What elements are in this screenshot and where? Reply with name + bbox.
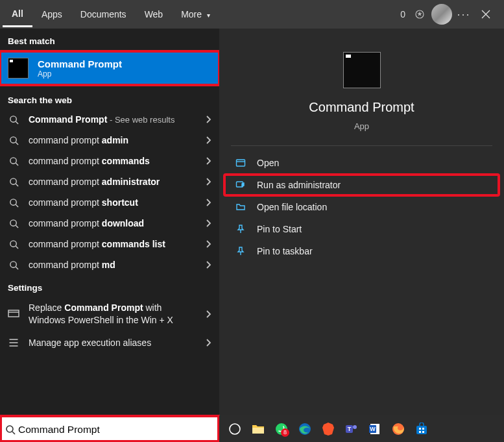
detail-actions: Open Run as administrator Open file loca… [219,146,504,268]
action-pin-start-label: Pin to Start [257,224,302,234]
cortana-icon[interactable] [226,420,244,438]
search-icon [8,136,19,145]
tab-web[interactable]: Web [136,3,173,26]
settings-item-icon [8,338,19,347]
chevron-right-icon [205,156,211,166]
detail-subtitle: App [354,121,369,131]
search-icon [8,156,19,166]
search-icon [8,198,19,208]
shield-icon [235,180,246,190]
chevron-right-icon [205,177,211,186]
svg-text:W: W [370,426,376,432]
chevron-right-icon [205,198,211,207]
web-result-label: command prompt download [29,218,196,228]
action-pin-to-start[interactable]: Pin to Start [224,219,499,239]
word-icon[interactable]: W [366,420,384,438]
search-icon [8,219,19,228]
avatar[interactable] [431,4,452,25]
web-result[interactable]: command prompt download [0,213,219,234]
close-icon[interactable] [475,4,496,25]
tab-apps[interactable]: Apps [32,3,71,26]
taskbar-icons: 8 T W [219,415,504,442]
svg-rect-10 [237,160,245,166]
web-result[interactable]: command prompt commands [0,151,219,171]
svg-rect-28 [422,431,424,433]
svg-point-7 [10,240,16,246]
action-run-as-administrator[interactable]: Run as administrator [224,175,499,195]
chevron-right-icon [205,338,211,347]
web-result[interactable]: command prompt shortcut [0,192,219,213]
settings-result[interactable]: Manage app execution aliases [0,332,219,354]
web-result-label: command prompt commands [29,156,196,166]
tab-all[interactable]: All [3,2,32,27]
svg-point-3 [10,157,16,163]
pin-taskbar-icon [235,246,246,256]
svg-point-13 [230,424,240,434]
svg-rect-14 [252,428,264,434]
whatsapp-icon[interactable]: 8 [272,420,291,438]
search-input[interactable] [17,421,215,438]
cmd-icon [8,58,29,79]
rewards-count: 0 [400,9,405,19]
pin-start-icon [235,224,246,234]
web-result[interactable]: command prompt commands list [0,234,219,254]
folder-icon [235,202,246,212]
best-match-subtitle: App [38,69,122,79]
web-result-label: command prompt admin [29,135,196,145]
settings-result[interactable]: Replace Command Prompt with Windows Powe… [0,297,219,332]
chevron-right-icon [205,115,211,124]
web-result[interactable]: command prompt administrator [0,171,219,192]
tab-more[interactable]: More ▾ [172,3,219,26]
web-result[interactable]: command prompt admin [0,130,219,151]
action-open[interactable]: Open [224,153,499,173]
action-open-loc-label: Open file location [257,202,327,212]
firefox-icon[interactable] [389,420,407,438]
action-pin-taskbar-label: Pin to taskbar [257,246,313,256]
chevron-right-icon [205,310,211,319]
chevron-right-icon [205,260,211,269]
chevron-down-icon: ▾ [207,12,210,19]
web-result[interactable]: Command Prompt - See web results [0,109,219,130]
svg-point-1 [10,116,16,121]
svg-point-12 [6,426,13,432]
svg-rect-24 [416,426,427,434]
results-panel: Best match Command Prompt App Search the… [0,29,219,415]
chevron-right-icon [205,219,211,228]
best-match-title: Command Prompt [38,58,122,69]
web-result-label: command prompt md [29,260,196,270]
detail-card: Command Prompt App [219,29,504,145]
teams-icon[interactable]: T [342,420,361,438]
svg-point-2 [10,136,16,142]
chevron-right-icon [205,136,211,145]
tab-documents[interactable]: Documents [71,3,136,26]
brave-icon[interactable] [319,420,337,438]
action-open-label: Open [257,158,279,168]
file-explorer-icon[interactable] [249,420,267,438]
action-pin-to-taskbar[interactable]: Pin to taskbar [224,241,499,262]
edge-icon[interactable] [296,420,314,438]
search-icon [4,424,17,435]
trophy-icon[interactable] [409,4,430,25]
section-settings: Settings [0,275,219,297]
action-run-admin-label: Run as administrator [257,180,341,190]
svg-rect-26 [422,428,424,430]
store-icon[interactable] [413,420,431,438]
cmd-icon-large [343,52,381,88]
svg-point-19 [353,425,357,429]
open-icon [235,158,246,168]
search-box[interactable] [0,415,219,442]
svg-point-6 [10,219,16,225]
more-options-icon[interactable]: ··· [453,4,474,25]
svg-point-8 [10,261,16,267]
svg-point-4 [10,178,16,184]
action-open-file-location[interactable]: Open file location [224,197,499,217]
svg-text:T: T [348,426,352,432]
web-result[interactable]: command prompt md [0,254,219,275]
chevron-right-icon [205,239,211,249]
detail-panel: Command Prompt App Open Run as administr… [219,29,504,415]
web-result-label: command prompt administrator [29,177,196,187]
search-icon [8,177,19,187]
search-icon [8,115,19,125]
best-match-item[interactable]: Command Prompt App [0,51,219,85]
section-best-match: Best match [0,29,219,50]
